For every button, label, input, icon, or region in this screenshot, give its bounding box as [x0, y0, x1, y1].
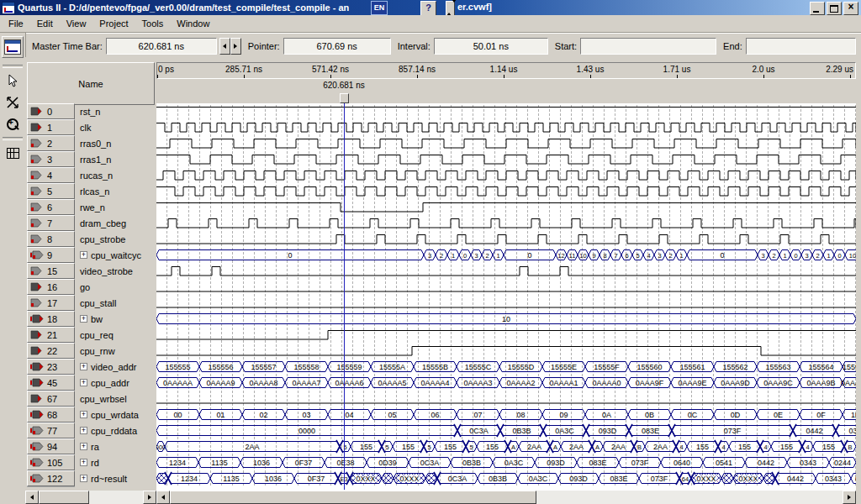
wave-row-cpu_addr[interactable]: 0AAAAA0AAAA90AAAA80AAAA70AAAA60AAAA50AAA… — [156, 375, 856, 391]
signal-number-button[interactable]: 18 — [27, 311, 75, 327]
signal-number-button[interactable]: 45 — [27, 375, 75, 391]
signal-name-cell[interactable]: rwe_n — [75, 199, 156, 215]
wave-row-video_strobe[interactable] — [156, 263, 856, 279]
title-bar[interactable]: Quartus II - D:/d/pentevo/fpga/_ver0.00/… — [0, 0, 861, 15]
zoom-tool-button[interactable] — [3, 114, 23, 134]
wave-row-cpu_stall[interactable] — [156, 295, 856, 311]
signal-number-button[interactable]: 1 — [27, 119, 75, 135]
signal-name-cell[interactable]: +rd — [75, 454, 156, 470]
restore-button[interactable] — [827, 2, 842, 15]
wave-row-video_addr[interactable]: 15555515555615555715555815555915555A1555… — [156, 359, 856, 375]
signal-number-button[interactable]: 22 — [27, 343, 75, 359]
menu-item-edit[interactable]: Edit — [30, 17, 60, 30]
master-time-prev-button[interactable] — [219, 38, 230, 55]
signal-name-cell[interactable]: go — [75, 279, 156, 295]
wave-row-cpu_waitcyc[interactable]: 03210321012111098765432103210321010 — [156, 247, 856, 263]
signal-number-button[interactable]: 94 — [27, 438, 75, 454]
menu-item-project[interactable]: Project — [92, 17, 135, 30]
menu-item-tools[interactable]: Tools — [135, 17, 171, 30]
minimize-button[interactable] — [810, 2, 825, 15]
language-bar-options[interactable] — [446, 1, 455, 16]
signal-number-button[interactable]: 105 — [27, 454, 75, 470]
signal-number-button[interactable]: 15 — [27, 263, 75, 279]
menu-item-file[interactable]: File — [2, 17, 30, 30]
signal-name-cell[interactable]: cpu_req — [75, 327, 156, 343]
signal-name-cell[interactable]: +cpu_addr — [75, 375, 156, 391]
wave-row-rras1_n[interactable] — [156, 151, 856, 167]
wave-row-rras0_n[interactable] — [156, 135, 856, 151]
selection-tool-button[interactable] — [3, 71, 23, 91]
signal-name-cell[interactable]: +rd~result — [75, 470, 156, 486]
signal-name-cell[interactable]: clk — [75, 119, 156, 135]
signal-name-cell[interactable]: +bw — [75, 311, 156, 327]
scrollbar-thumb[interactable] — [170, 491, 536, 504]
signal-name-cell[interactable]: +cpu_waitcyc — [75, 247, 156, 263]
signal-name-cell[interactable]: rst_n — [75, 103, 156, 119]
signal-name-cell[interactable]: +cpu_rddata — [75, 423, 156, 438]
signal-name-cell[interactable]: dram_cbeg — [75, 215, 156, 231]
signal-number-button[interactable]: 8 — [27, 231, 75, 247]
expander-plus[interactable]: + — [80, 443, 87, 450]
wave-row-rwe_n[interactable] — [156, 199, 856, 215]
signal-name-cell[interactable]: cpu_strobe — [75, 231, 156, 247]
signal-number-button[interactable]: 23 — [27, 359, 75, 375]
wave-row-cpu_wrbsel[interactable] — [156, 391, 856, 407]
signal-number-button[interactable]: 17 — [27, 295, 75, 311]
wave-row-cpu_rddata[interactable]: 00000C3A0B3B0A3C093D083E073F04420343 — [156, 423, 856, 438]
wave-row-rst_n[interactable] — [156, 103, 856, 119]
wave-row-rlcas_n[interactable] — [156, 183, 856, 199]
wave-row-rd[interactable]: 1234113510360F370E380D390C3A0B3B0A3C093D… — [156, 454, 856, 470]
wave-row-cpu_rnw[interactable] — [156, 343, 856, 359]
close-button[interactable]: × — [843, 2, 858, 15]
scroll-left-button[interactable] — [156, 491, 170, 504]
waveform-editor-button[interactable] — [2, 36, 24, 58]
wave-row-ra[interactable]: 0002AA5155515551555155A2AAA2AAA2AAB2AA41… — [156, 438, 856, 454]
expander-plus[interactable]: + — [80, 379, 87, 386]
signal-name-cell[interactable]: cpu_stall — [75, 295, 156, 311]
expander-plus[interactable]: + — [80, 427, 87, 434]
signal-number-button[interactable]: 3 — [27, 151, 75, 167]
signal-panel-hscrollbar[interactable] — [25, 491, 156, 504]
wave-row-rucas_n[interactable] — [156, 167, 856, 183]
master-time-bar-value[interactable]: 620.681 ns — [106, 38, 217, 55]
wave-row-cpu_req[interactable] — [156, 327, 856, 343]
language-indicator[interactable]: EN — [371, 1, 388, 15]
wave-row-cpu_strobe[interactable] — [156, 231, 856, 247]
signal-number-button[interactable]: 5 — [27, 183, 75, 199]
scroll-right-button[interactable] — [843, 491, 856, 504]
waveform-hscrollbar[interactable] — [156, 491, 856, 504]
signal-number-button[interactable]: 16 — [27, 279, 75, 295]
signal-name-cell[interactable]: rras1_n — [75, 151, 156, 167]
expander-plus[interactable]: + — [80, 475, 87, 482]
signal-number-button[interactable]: 6 — [27, 199, 75, 215]
signal-number-button[interactable]: 21 — [27, 327, 75, 343]
signal-name-cell[interactable]: +cpu_wrdata — [75, 407, 156, 423]
expander-plus[interactable]: + — [80, 459, 87, 466]
signal-name-cell[interactable]: video_strobe — [75, 263, 156, 279]
signal-name-cell[interactable]: rlcas_n — [75, 183, 156, 199]
signal-number-button[interactable]: 0 — [27, 103, 75, 119]
signal-number-button[interactable]: 4 — [27, 167, 75, 183]
signal-number-button[interactable]: 67 — [27, 391, 75, 407]
help-icon[interactable]: ? — [420, 1, 436, 16]
expander-plus[interactable]: + — [80, 315, 87, 323]
signal-name-cell[interactable]: rras0_n — [75, 135, 156, 151]
signal-name-cell[interactable]: cpu_rnw — [75, 343, 156, 359]
expander-plus[interactable]: + — [80, 251, 87, 259]
signal-name-cell[interactable]: rucas_n — [75, 167, 156, 183]
signal-number-button[interactable]: 77 — [27, 423, 75, 438]
signal-number-button[interactable]: 2 — [27, 135, 75, 151]
edit-tool-button[interactable] — [3, 92, 23, 113]
wave-row-dram_cbeg[interactable] — [156, 215, 856, 231]
signal-number-button[interactable]: 9 — [27, 247, 75, 263]
signal-name-cell[interactable]: cpu_wrbsel — [75, 391, 156, 407]
marker-band[interactable]: 620.681 ns — [156, 79, 856, 103]
signal-name-cell[interactable]: +ra — [75, 438, 156, 454]
scroll-left-button[interactable] — [25, 491, 39, 504]
full-view-tool-button[interactable] — [3, 143, 23, 163]
master-time-next-button[interactable] — [230, 38, 241, 55]
signal-number-button[interactable]: 122 — [27, 470, 75, 486]
menu-item-window[interactable]: Window — [170, 17, 216, 30]
wave-row-rd~result[interactable]: 1234113510360F37E30XXX0XXX0C3A0B3B0A3C09… — [156, 470, 856, 486]
scrollbar-thumb[interactable] — [39, 491, 89, 504]
